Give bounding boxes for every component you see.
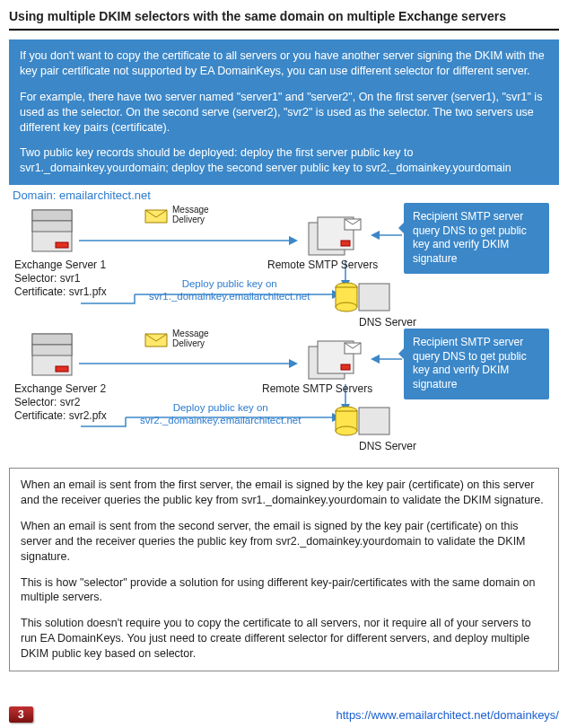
envelope-icon bbox=[144, 205, 170, 224]
server-name: Exchange Server 2 bbox=[14, 382, 107, 396]
intro-paragraph: Two public key records should be deploye… bbox=[20, 145, 548, 176]
dns-label: DNS Server bbox=[359, 440, 416, 452]
callout-dns-query: Recipient SMTP server query DNS to get p… bbox=[404, 329, 549, 399]
page-title: Using multiple DKIM selectors with the s… bbox=[9, 7, 559, 31]
svg-rect-28 bbox=[341, 364, 350, 370]
remote-smtp-icon bbox=[305, 215, 368, 260]
message-delivery-label: Message Delivery bbox=[172, 205, 209, 224]
page-number: 3 bbox=[9, 706, 33, 723]
server-cert: Certificate: svr1.pfx bbox=[14, 285, 107, 299]
exchange-server-icon bbox=[27, 206, 81, 259]
svg-rect-20 bbox=[359, 284, 389, 311]
intro-paragraph: If you don't want to copy the certificat… bbox=[20, 48, 548, 79]
remote-smtp-label: Remote SMTP Servers bbox=[267, 259, 378, 271]
explain-paragraph: This solution doesn't require you to cop… bbox=[21, 616, 547, 662]
exchange-server-icon bbox=[27, 330, 81, 382]
svg-rect-33 bbox=[359, 408, 389, 434]
server-selector: Selector: svr2 bbox=[14, 396, 107, 409]
server-name: Exchange Server 1 bbox=[14, 259, 107, 272]
explain-paragraph: When an email is sent from the first ser… bbox=[21, 478, 547, 508]
server2-labels: Exchange Server 2 Selector: svr2 Certifi… bbox=[14, 382, 107, 423]
explain-paragraph: When an email is sent from the second se… bbox=[21, 519, 547, 565]
svg-point-19 bbox=[336, 303, 357, 311]
svg-rect-24 bbox=[56, 366, 68, 372]
server-selector: Selector: svr1 bbox=[14, 272, 107, 285]
dns-server-icon bbox=[332, 278, 395, 320]
architecture-diagram: Domain: emailarchitect.net bbox=[9, 189, 558, 462]
svg-rect-22 bbox=[32, 334, 72, 345]
svg-rect-23 bbox=[32, 345, 72, 355]
deploy-note-2: Deploy public key on svr2._domainkey.ema… bbox=[140, 402, 301, 427]
envelope-icon bbox=[144, 329, 170, 348]
dns-server-icon bbox=[332, 402, 395, 443]
remote-smtp-icon bbox=[305, 339, 368, 384]
footer-url: https://www.emailarchitect.net/domainkey… bbox=[336, 708, 559, 722]
document-page: Using multiple DKIM selectors with the s… bbox=[0, 0, 568, 728]
intro-paragraph: For example, there have two server named… bbox=[20, 90, 548, 136]
message-delivery-label: Message Delivery bbox=[172, 329, 209, 348]
callout-text: Recipient SMTP server query DNS to get p… bbox=[413, 210, 527, 265]
explain-paragraph: This is how "selector" provide a solutio… bbox=[21, 575, 547, 606]
server1-labels: Exchange Server 1 Selector: svr1 Certifi… bbox=[14, 259, 107, 299]
svg-rect-15 bbox=[341, 241, 350, 246]
callout-dns-query: Recipient SMTP server query DNS to get p… bbox=[404, 203, 549, 273]
svg-rect-9 bbox=[32, 210, 72, 221]
deploy-note-1: Deploy public key on svr1._domainkey.ema… bbox=[149, 278, 310, 303]
page-footer: 3 https://www.emailarchitect.net/domaink… bbox=[9, 706, 559, 723]
intro-box: If you don't want to copy the certificat… bbox=[9, 39, 559, 185]
svg-rect-11 bbox=[56, 242, 68, 248]
svg-rect-10 bbox=[32, 221, 72, 232]
svg-point-32 bbox=[336, 426, 357, 435]
explanation-box: When an email is sent from the first ser… bbox=[9, 468, 559, 671]
server-cert: Certificate: svr2.pfx bbox=[14, 409, 107, 423]
dns-label: DNS Server bbox=[359, 316, 416, 329]
callout-text: Recipient SMTP server query DNS to get p… bbox=[413, 336, 527, 390]
remote-smtp-label: Remote SMTP Servers bbox=[262, 382, 372, 395]
